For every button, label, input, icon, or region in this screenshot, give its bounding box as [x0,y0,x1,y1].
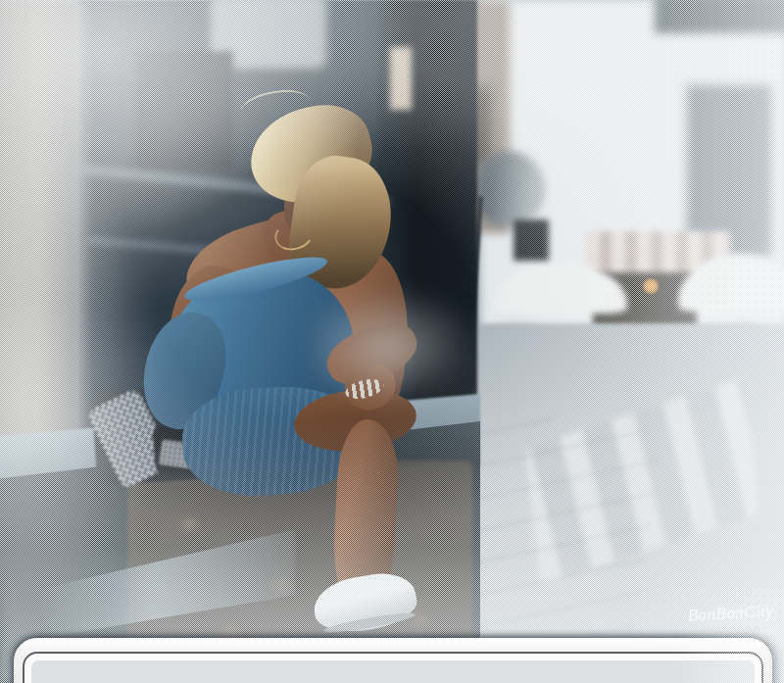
caption-frame [14,638,772,683]
checkerboard-dither-veil [0,0,784,683]
framed-photo-of-woman-sitting-on-ledge: BonBonCity [0,0,784,683]
caption-frame-content-area [31,660,755,683]
